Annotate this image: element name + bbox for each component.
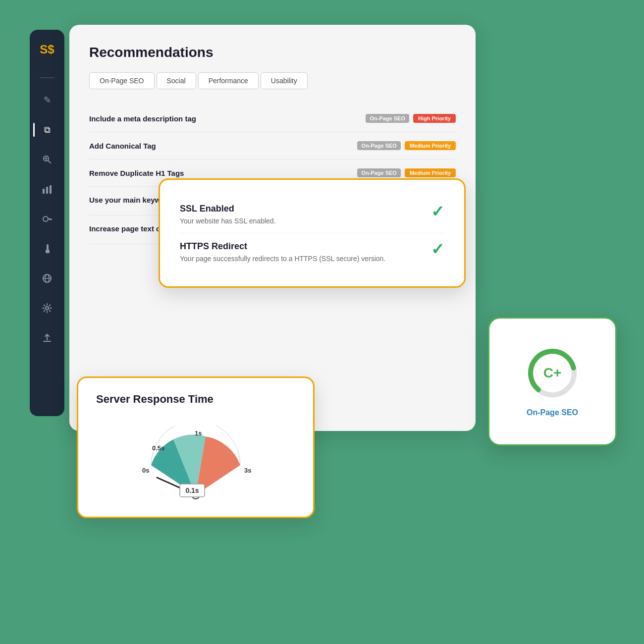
tag-seo-2: On-Page SEO	[357, 141, 401, 150]
ssl-desc-1: Your website has SSL enabled.	[180, 217, 276, 225]
ssl-check-icon-2: ✓	[431, 241, 444, 257]
score-circle: C+	[525, 346, 580, 400]
key-icon[interactable]	[39, 211, 55, 227]
bar-chart-icon[interactable]	[39, 181, 55, 197]
tag-seo-1: On-Page SEO	[366, 114, 409, 123]
copy-icon[interactable]: ⧉	[39, 122, 55, 138]
upload-icon[interactable]	[39, 330, 55, 346]
gauge-card: Server Response Time 0s 0.5s 1s 3s 0.1s	[77, 376, 315, 518]
gauge-area: 0s 0.5s 1s 3s 0.1s	[96, 416, 295, 505]
sidebar-logo: S$	[37, 40, 57, 59]
gauge-svg: 0s 0.5s 1s 3s 0.1s	[121, 426, 270, 505]
ssl-card: SSL Enabled Your website has SSL enabled…	[159, 178, 466, 288]
svg-text:0.5s: 0.5s	[152, 444, 164, 452]
tab-performance[interactable]: Performance	[198, 72, 259, 89]
svg-rect-12	[46, 250, 50, 253]
sidebar: S$ ✎ ⧉	[30, 30, 64, 416]
ssl-title-1: SSL Enabled	[180, 204, 276, 214]
rec-tags-2: On-Page SEO Medium Priority	[357, 141, 456, 150]
ssl-item-1: SSL Enabled Your website has SSL enabled…	[180, 196, 444, 233]
tab-on-page-seo[interactable]: On-Page SEO	[89, 72, 155, 89]
ssl-item-text-1: SSL Enabled Your website has SSL enabled…	[180, 204, 276, 225]
ssl-item-2: HTTPS Redirect Your page successfully re…	[180, 233, 444, 270]
tool-icon[interactable]	[39, 241, 55, 257]
score-grade: C+	[543, 365, 562, 381]
svg-line-1	[48, 161, 51, 163]
svg-text:0.1s: 0.1s	[185, 486, 199, 494]
svg-rect-6	[50, 185, 52, 194]
tag-priority-2: Medium Priority	[405, 141, 456, 150]
settings-icon[interactable]	[39, 300, 55, 316]
svg-point-7	[43, 216, 48, 221]
page-title: Recommendations	[89, 45, 456, 60]
tabs-row: On-Page SEO Social Performance Usability	[89, 72, 456, 89]
svg-text:1s: 1s	[195, 429, 202, 437]
ssl-desc-2: Your page successfully redirects to a HT…	[180, 255, 385, 263]
svg-point-16	[46, 307, 49, 310]
rec-label-3: Remove Duplicate H1 Tags	[89, 169, 184, 177]
edit-icon[interactable]: ✎	[39, 92, 55, 108]
sidebar-divider	[40, 77, 54, 78]
tag-seo-3: On-Page SEO	[357, 168, 401, 177]
rec-tags-3: On-Page SEO Medium Priority	[357, 168, 456, 177]
ssl-check-icon-1: ✓	[431, 204, 444, 219]
ssl-title-2: HTTPS Redirect	[180, 241, 385, 252]
svg-rect-11	[47, 244, 49, 250]
rec-row-2: Add Canonical Tag On-Page SEO Medium Pri…	[89, 132, 456, 160]
gauge-title: Server Response Time	[96, 393, 295, 406]
tab-usability[interactable]: Usability	[261, 72, 308, 89]
tag-priority-3: Medium Priority	[405, 168, 456, 177]
ssl-item-text-2: HTTPS Redirect Your page successfully re…	[180, 241, 385, 263]
search-zoom-icon[interactable]	[39, 152, 55, 167]
rec-tags-1: On-Page SEO High Priority	[366, 114, 456, 123]
svg-text:3s: 3s	[244, 467, 251, 474]
tag-priority-1: High Priority	[413, 114, 456, 123]
tab-social[interactable]: Social	[157, 72, 196, 89]
score-label: On-Page SEO	[527, 408, 578, 417]
globe-icon[interactable]	[39, 270, 55, 286]
svg-rect-4	[43, 189, 45, 194]
svg-text:0s: 0s	[142, 467, 149, 474]
svg-rect-5	[46, 187, 48, 194]
score-card: C+ On-Page SEO	[488, 317, 617, 446]
rec-row-1: Include a meta description tag On-Page S…	[89, 105, 456, 132]
rec-label-1: Include a meta description tag	[89, 114, 196, 123]
rec-label-2: Add Canonical Tag	[89, 142, 156, 150]
